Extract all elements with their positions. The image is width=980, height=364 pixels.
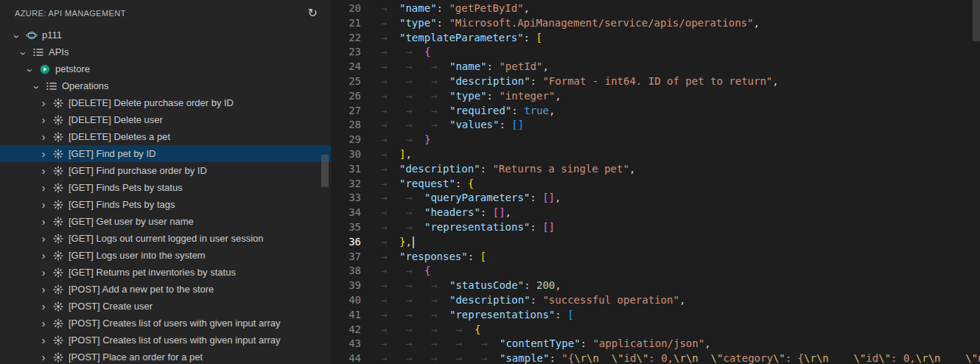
- chevron-right-icon[interactable]: ›: [38, 148, 49, 160]
- chevron-right-icon[interactable]: ›: [38, 114, 49, 126]
- chevron-right-icon[interactable]: ›: [38, 199, 49, 211]
- tree-item[interactable]: ›[GET] Get user by user name: [0, 213, 331, 230]
- tab-whitespace-marker: →: [374, 16, 399, 31]
- tab-whitespace-marker: →: [374, 293, 399, 308]
- tree-item[interactable]: ›[GET] Find purchase order by ID: [0, 162, 331, 179]
- code-area[interactable]: 20→"name": "getPetById",21→"type": "Micr…: [333, 0, 980, 364]
- code-line[interactable]: 36→},: [333, 235, 980, 250]
- line-number: 34: [333, 206, 374, 220]
- tree-item[interactable]: ›[GET] Find pet by ID: [0, 145, 331, 162]
- chevron-down-icon[interactable]: ›: [24, 65, 36, 75]
- code-line[interactable]: 26→→→"type": "integer",: [333, 89, 980, 104]
- code-line-content: →→{: [374, 264, 430, 279]
- code-line[interactable]: 39→→→"statusCode": 200,: [333, 279, 980, 293]
- code-token: :: [437, 17, 449, 29]
- refresh-icon[interactable]: ↻: [308, 7, 318, 19]
- chevron-right-icon[interactable]: ›: [38, 97, 49, 109]
- tab-whitespace-marker: →: [424, 60, 449, 74]
- code-line-content: →→→"representations": [: [374, 308, 574, 323]
- code-line[interactable]: 29→→}: [333, 133, 980, 147]
- tree-item-label: [GET] Logs user into the system: [69, 250, 206, 261]
- code-token: :: [524, 279, 536, 291]
- tree-item[interactable]: ›[POST] Add a new pet to the store: [0, 281, 331, 298]
- code-line[interactable]: 30→],: [333, 147, 980, 162]
- tree-item-label: [DELETE] Delete user: [69, 114, 163, 125]
- code-token: :: [499, 119, 511, 130]
- chevron-right-icon[interactable]: ›: [38, 318, 49, 329]
- tab-whitespace-marker: →: [424, 293, 449, 308]
- chevron-right-icon[interactable]: ›: [38, 267, 49, 279]
- tree-item[interactable]: ›[GET] Logs out current logged in user s…: [0, 230, 331, 247]
- code-line[interactable]: 40→→→"description": "successful operatio…: [333, 293, 980, 308]
- code-line[interactable]: 32→"request": {: [333, 177, 980, 192]
- code-token: :: [581, 337, 593, 349]
- chevron-right-icon[interactable]: ›: [38, 301, 49, 312]
- chevron-right-icon[interactable]: ›: [38, 165, 49, 177]
- chevron-right-icon[interactable]: ›: [38, 216, 49, 228]
- api-icon: [39, 63, 51, 75]
- chevron-right-icon[interactable]: ›: [38, 182, 49, 194]
- tree-item-label: [POST] Creates list of users with given …: [69, 335, 281, 346]
- tree-item[interactable]: ›[GET] Finds Pets by tags: [0, 196, 331, 213]
- line-number: 29: [333, 133, 374, 147]
- tree-item[interactable]: ›[GET] Finds Pets by status: [0, 179, 331, 196]
- sidebar-scrollbar-thumb[interactable]: [321, 155, 329, 187]
- tree-item[interactable]: ›[POST] Creates list of users with given…: [0, 332, 331, 349]
- code-token: \r\n: [574, 352, 599, 364]
- code-token: :: [455, 178, 468, 189]
- tab-whitespace-marker: →: [374, 308, 399, 323]
- editor-scrollbar-thumb[interactable]: [973, 0, 980, 41]
- code-line[interactable]: 33→→"queryParameters": [],: [333, 191, 980, 206]
- code-line-content: →"responses": [: [374, 250, 486, 265]
- code-line[interactable]: 21→"type": "Microsoft.ApiManagement/serv…: [333, 16, 980, 31]
- tree-item-label: [GET] Get user by user name: [69, 216, 194, 227]
- code-line[interactable]: 31→"description": "Returns a single pet"…: [333, 162, 980, 177]
- code-line[interactable]: 28→→→"values": []: [333, 118, 980, 133]
- code-line[interactable]: 38→→{: [333, 264, 980, 279]
- tree-item[interactable]: ›[GET] Logs user into the system: [0, 247, 331, 264]
- code-token: "representations": [424, 221, 530, 233]
- code-line[interactable]: 35→→"representations": []: [333, 220, 980, 235]
- chevron-right-icon[interactable]: ›: [38, 233, 49, 245]
- code-line[interactable]: 25→→→"description": "Format - int64. ID …: [333, 74, 980, 89]
- tree-item[interactable]: ›[POST] Create user: [0, 298, 331, 315]
- editor-pane[interactable]: 20→"name": "getPetById",21→"type": "Micr…: [333, 0, 980, 364]
- tree-item[interactable]: ›APIs: [0, 43, 331, 60]
- code-token: []: [542, 221, 555, 233]
- tree-item[interactable]: ›[POST] Place an order for a pet: [0, 349, 331, 364]
- code-token: {: [475, 323, 480, 335]
- operation-icon: [52, 131, 64, 143]
- tab-whitespace-marker: →: [424, 308, 449, 323]
- chevron-down-icon[interactable]: ›: [11, 31, 23, 41]
- azure-apim-sidebar: AZURE: API MANAGEMENT ↻ ›p111›APIs›petst…: [0, 0, 333, 364]
- chevron-down-icon[interactable]: ›: [31, 82, 43, 92]
- tree-item[interactable]: ›[GET] Returns pet inventories by status: [0, 264, 331, 281]
- tree-item[interactable]: ›[DELETE] Delete user: [0, 111, 331, 128]
- code-line[interactable]: 22→"templateParameters": [: [333, 31, 980, 46]
- code-token: id: [866, 352, 878, 364]
- chevron-right-icon[interactable]: ›: [38, 250, 49, 262]
- tree-item[interactable]: ›Operations: [0, 77, 331, 94]
- code-line[interactable]: 20→"name": "getPetById",: [333, 1, 980, 16]
- chevron-right-icon[interactable]: ›: [38, 335, 49, 346]
- code-line[interactable]: 23→→{: [333, 45, 980, 60]
- code-line[interactable]: 43→→→→→"contentType": "application/json"…: [333, 337, 980, 351]
- code-line[interactable]: 42→→→→{: [333, 323, 980, 337]
- tab-whitespace-marker: →: [399, 74, 424, 89]
- code-line[interactable]: 44→→→→→"sample": "{\r\n \"id\": 0,\r\n \…: [333, 351, 980, 364]
- tree-item[interactable]: ›petstore: [0, 60, 331, 77]
- tree-item[interactable]: ›[DELETE] Deletes a pet: [0, 128, 331, 145]
- chevron-right-icon[interactable]: ›: [38, 351, 49, 363]
- chevron-right-icon[interactable]: ›: [38, 131, 49, 143]
- code-line[interactable]: 24→→→"name": "petId",: [333, 60, 980, 74]
- code-line[interactable]: 41→→→"representations": [: [333, 308, 980, 323]
- tree-item[interactable]: ›[POST] Creates list of users with given…: [0, 315, 331, 332]
- code-line-content: →→→"statusCode": 200,: [374, 279, 561, 293]
- code-line[interactable]: 34→→"headers": [],: [333, 206, 980, 220]
- chevron-right-icon[interactable]: ›: [38, 284, 49, 295]
- code-line[interactable]: 37→"responses": [: [333, 250, 980, 265]
- tree-item[interactable]: ›[DELETE] Delete purchase order by ID: [0, 94, 331, 111]
- tree-item[interactable]: ›p111: [0, 27, 331, 43]
- code-line[interactable]: 27→→→"required": true,: [333, 104, 980, 119]
- chevron-down-icon[interactable]: ›: [18, 48, 29, 58]
